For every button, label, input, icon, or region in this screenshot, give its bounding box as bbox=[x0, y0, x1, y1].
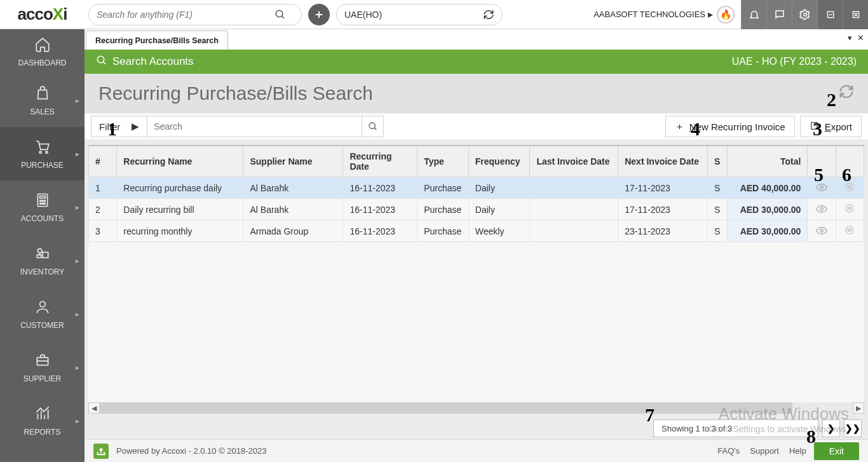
svg-point-17 bbox=[39, 203, 41, 204]
view-icon[interactable] bbox=[808, 177, 836, 199]
svg-rect-21 bbox=[37, 255, 41, 257]
svg-point-19 bbox=[44, 203, 45, 204]
refresh-button[interactable] bbox=[837, 83, 855, 103]
svg-point-15 bbox=[41, 200, 43, 201]
top-bar: accoXi UAE(HO) AABASOFT TECHNOLOGIES ▸ 🔥 bbox=[0, 0, 868, 29]
tab-strip: Recurring Purchase/Bills Search ▾ ✕ bbox=[85, 29, 868, 50]
svg-rect-20 bbox=[43, 252, 48, 257]
next-page-button[interactable]: ❯ bbox=[822, 419, 840, 437]
support-link[interactable]: Support bbox=[750, 446, 779, 456]
svg-point-32 bbox=[369, 123, 375, 128]
col-freq[interactable]: Frequency bbox=[468, 146, 530, 177]
col-status[interactable]: S bbox=[708, 146, 728, 177]
col-index[interactable]: # bbox=[89, 146, 117, 177]
global-search[interactable] bbox=[88, 4, 302, 25]
main-sidebar: DASHBOARD SALES▸ PURCHASE▸ ACCOUNTS▸ INV… bbox=[0, 29, 85, 462]
close-button[interactable] bbox=[843, 0, 868, 29]
svg-point-45 bbox=[820, 229, 824, 232]
sidebar-item-purchase[interactable]: PURCHASE▸ bbox=[0, 127, 85, 180]
data-grid: # Recurring Name Supplier Name Recurring… bbox=[88, 145, 864, 414]
horizontal-scrollbar[interactable]: ◀ ▶ bbox=[88, 402, 864, 414]
filter-search-button[interactable] bbox=[362, 116, 383, 137]
app-logo: accoXi bbox=[0, 0, 85, 29]
svg-point-22 bbox=[37, 248, 41, 253]
scroll-left-icon[interactable]: ◀ bbox=[88, 402, 100, 414]
sync-icon bbox=[483, 9, 494, 20]
col-date[interactable]: Recurring Date bbox=[343, 146, 417, 177]
faq-link[interactable]: FAQ's bbox=[717, 446, 740, 456]
footer-bar: Powered by Accoxi - 2.0.10 © 2018-2023 F… bbox=[85, 439, 868, 462]
tab-close-icon[interactable]: ✕ bbox=[857, 33, 864, 43]
col-next[interactable]: Next Invoice Date bbox=[618, 146, 708, 177]
svg-point-10 bbox=[39, 151, 41, 153]
svg-point-0 bbox=[276, 10, 283, 17]
home-icon bbox=[33, 36, 52, 55]
sidebar-item-supplier[interactable]: SUPPLIER▸ bbox=[0, 341, 85, 394]
add-button[interactable] bbox=[308, 4, 330, 25]
svg-point-16 bbox=[44, 200, 45, 201]
tab-dropdown-icon[interactable]: ▾ bbox=[848, 33, 852, 43]
pagination-row: Showing 1 to 3 of 3 ❯ ❯❯ bbox=[85, 418, 868, 439]
new-recurring-invoice-button[interactable]: ＋ New Recurring Invoice bbox=[665, 116, 795, 137]
messages-button[interactable] bbox=[766, 0, 792, 29]
filter-button[interactable]: Filter ▶ bbox=[91, 116, 147, 137]
chart-icon bbox=[34, 405, 51, 424]
sidebar-item-accounts[interactable]: ACCOUNTS▸ bbox=[0, 180, 85, 234]
search-icon bbox=[96, 55, 107, 69]
col-supplier[interactable]: Supplier Name bbox=[243, 146, 343, 177]
cart-icon bbox=[33, 139, 52, 157]
col-type[interactable]: Type bbox=[417, 146, 469, 177]
view-icon[interactable] bbox=[808, 221, 836, 242]
svg-point-18 bbox=[41, 203, 43, 204]
col-name[interactable]: Recurring Name bbox=[117, 146, 243, 177]
page-title: Recurring Purchase/Bills Search bbox=[98, 83, 373, 104]
main-area: Recurring Purchase/Bills Search ▾ ✕ Sear… bbox=[85, 29, 868, 462]
company-name[interactable]: AABASOFT TECHNOLOGIES bbox=[593, 10, 705, 19]
col-more bbox=[836, 146, 864, 177]
customer-icon bbox=[34, 299, 51, 317]
powered-by-label: Powered by Accoxi - 2.0.10 © 2018-2023 bbox=[116, 446, 267, 456]
alert-indicator[interactable]: 🔥 bbox=[717, 6, 735, 24]
last-page-button[interactable]: ❯❯ bbox=[844, 419, 862, 437]
view-icon[interactable] bbox=[808, 199, 836, 221]
filter-row: Filter ▶ ＋ New Recurring Invoice Export bbox=[85, 113, 868, 140]
svg-point-30 bbox=[97, 56, 104, 63]
filter-search-input[interactable] bbox=[147, 121, 362, 132]
company-caret-icon: ▸ bbox=[708, 8, 713, 20]
sidebar-item-dashboard[interactable]: DASHBOARD bbox=[0, 29, 85, 74]
tab-recurring-search[interactable]: Recurring Purchase/Bills Search bbox=[86, 31, 228, 50]
table-row[interactable]: 2 Daily recurring bill Al Barahk 16-11-2… bbox=[89, 199, 864, 221]
svg-point-40 bbox=[820, 207, 824, 210]
exit-button[interactable]: Exit bbox=[814, 442, 859, 460]
svg-rect-13 bbox=[39, 196, 45, 198]
more-icon[interactable] bbox=[836, 199, 864, 221]
svg-line-31 bbox=[103, 62, 105, 64]
global-search-input[interactable] bbox=[97, 10, 275, 20]
table-row[interactable]: 3 recurring monthly Armada Group 16-11-2… bbox=[89, 221, 864, 242]
export-icon bbox=[810, 121, 820, 133]
table-header-row: # Recurring Name Supplier Name Recurring… bbox=[89, 146, 864, 177]
sidebar-item-sales[interactable]: SALES▸ bbox=[0, 74, 85, 127]
sidebar-item-customer[interactable]: CUSTOMER▸ bbox=[0, 287, 85, 341]
minimize-button[interactable] bbox=[817, 0, 843, 29]
pagination-status: Showing 1 to 3 of 3 bbox=[653, 419, 818, 437]
sidebar-item-reports[interactable]: REPORTS▸ bbox=[0, 394, 85, 447]
col-total[interactable]: Total bbox=[727, 146, 808, 177]
title-bar: Recurring Purchase/Bills Search bbox=[85, 74, 868, 113]
location-selector[interactable]: UAE(HO) bbox=[336, 4, 503, 25]
scroll-right-icon[interactable]: ▶ bbox=[853, 402, 864, 414]
notifications-button[interactable] bbox=[741, 0, 766, 29]
calculator-icon bbox=[34, 192, 51, 210]
svg-point-14 bbox=[39, 200, 41, 201]
settings-button[interactable] bbox=[792, 0, 817, 29]
table-row[interactable]: 1 Recurring purchase daily Al Barahk 16-… bbox=[89, 177, 864, 199]
more-icon[interactable] bbox=[836, 177, 864, 199]
play-icon: ▶ bbox=[132, 121, 139, 132]
col-last[interactable]: Last Invoice Date bbox=[530, 146, 618, 177]
export-button[interactable]: Export bbox=[800, 116, 862, 137]
sidebar-item-inventory[interactable]: INVENTORY▸ bbox=[0, 234, 85, 287]
svg-point-23 bbox=[39, 301, 45, 307]
col-view bbox=[808, 146, 836, 177]
more-icon[interactable] bbox=[836, 221, 864, 242]
help-link[interactable]: Help bbox=[789, 446, 806, 456]
